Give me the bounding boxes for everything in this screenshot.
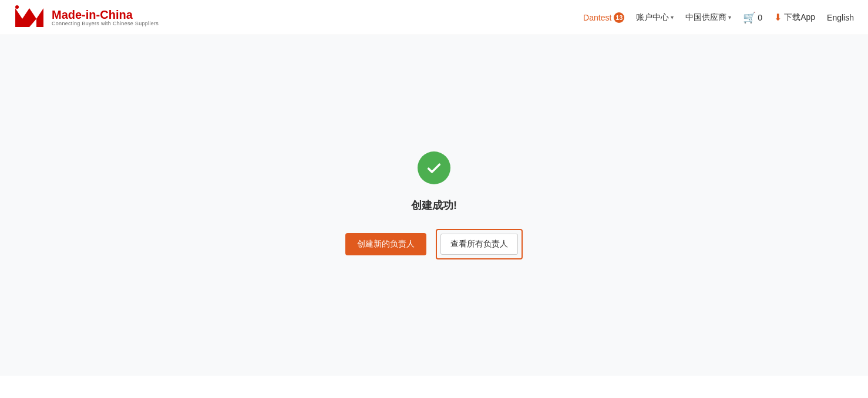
nav-language[interactable]: English (827, 13, 854, 22)
cart-count: 0 (758, 13, 762, 22)
view-all-wrapper: 查看所有负责人 (436, 229, 523, 259)
logo[interactable]: Made-in-China Connecting Buyers with Chi… (14, 5, 159, 31)
svg-marker-0 (15, 8, 29, 27)
logo-icon (14, 5, 43, 31)
chevron-down-icon: ▾ (728, 14, 731, 21)
nav-download-app[interactable]: ⬇ 下载App (774, 12, 815, 23)
main-content: 创建成功! 创建新的负责人 查看所有负责人 (0, 35, 868, 376)
account-center-label: 账户中心 (636, 12, 669, 23)
language-label: English (827, 13, 854, 22)
user-name: Dantest (583, 13, 611, 22)
view-all-button[interactable]: 查看所有负责人 (440, 234, 518, 255)
header: Made-in-China Connecting Buyers with Chi… (0, 0, 868, 35)
nav-user[interactable]: Dantest 13 (583, 12, 624, 23)
cart-icon: 🛒 (743, 11, 756, 24)
checkmark-icon (426, 160, 442, 176)
svg-point-2 (15, 5, 19, 9)
nav-cart[interactable]: 🛒 0 (743, 11, 762, 24)
action-buttons: 创建新的负责人 查看所有负责人 (345, 229, 523, 259)
logo-text: Made-in-China Connecting Buyers with Chi… (52, 8, 159, 27)
success-icon (418, 151, 450, 184)
svg-marker-1 (29, 8, 43, 27)
nav-right: Dantest 13 账户中心 ▾ 中国供应商 ▾ 🛒 0 ⬇ 下载App En… (583, 11, 854, 24)
nav-china-supplier[interactable]: 中国供应商 ▾ (685, 12, 731, 23)
download-app-label: 下载App (784, 12, 815, 23)
user-badge: 13 (614, 12, 624, 23)
download-icon: ⬇ (774, 12, 782, 23)
china-supplier-label: 中国供应商 (685, 12, 726, 23)
brand-name: Made-in-China (52, 8, 159, 21)
nav-account-center[interactable]: 账户中心 ▾ (636, 12, 674, 23)
chevron-down-icon: ▾ (671, 14, 674, 21)
create-new-button[interactable]: 创建新的负责人 (345, 233, 426, 255)
brand-tagline: Connecting Buyers with Chinese Suppliers (52, 21, 159, 27)
success-title: 创建成功! (411, 198, 457, 213)
